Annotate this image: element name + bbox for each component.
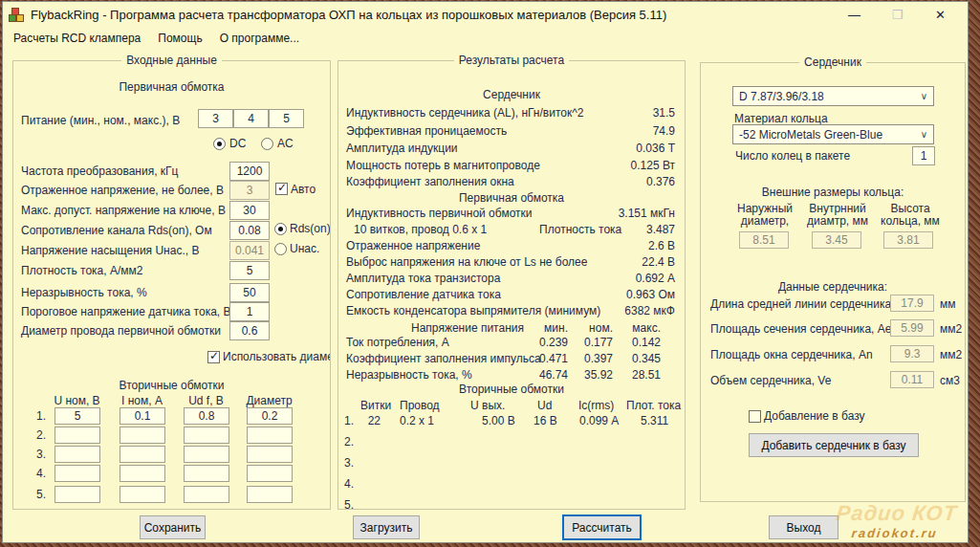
result-value: 3.151 мкГн	[619, 207, 675, 220]
auto-checkbox-label: Авто	[291, 183, 316, 196]
title-bar: FlybackRing - Программа расчета трансфор…	[3, 2, 968, 28]
core-data-label: Площадь сечения сердечника, Ае	[710, 322, 891, 336]
add-to-db-checkbox[interactable]	[749, 410, 761, 423]
col-header-udf: Ud f, В	[174, 394, 238, 407]
rdson-input[interactable]	[229, 221, 270, 240]
max-switch-voltage-input[interactable]	[229, 201, 270, 220]
rings-count-input[interactable]	[912, 146, 935, 165]
secondary-windings-title: Вторичные обмотки	[13, 379, 330, 392]
ring-material-select[interactable]: -52 MicroMetals Green-Blue ∨	[732, 124, 934, 144]
load-button[interactable]: Загрузить	[353, 515, 420, 539]
sec1-udf-input[interactable]	[184, 407, 229, 425]
maximize-icon[interactable]: ❒	[876, 3, 919, 28]
sec3-udf-input[interactable]	[184, 446, 229, 463]
current-continuity-input[interactable]	[229, 283, 270, 302]
core-data-value	[890, 371, 934, 388]
sec1-inom-input[interactable]	[120, 407, 165, 425]
add-core-button[interactable]: Добавить сердечник в базу	[749, 433, 919, 457]
outer-dims-title: Внешние размеры кольца:	[701, 186, 965, 199]
primary-wire-diameter-input[interactable]	[229, 321, 270, 340]
core-results-title: Сердечник	[338, 88, 685, 101]
sec2-inom-input[interactable]	[120, 427, 165, 444]
result-value: 5.311	[641, 414, 668, 427]
add-to-db-label: Добавление в базу	[764, 409, 865, 423]
minimize-icon[interactable]: —	[833, 3, 876, 28]
core-size-select[interactable]: D 7.87/3.96/3.18 ∨	[732, 86, 934, 106]
calculate-button[interactable]: Рассчитать	[562, 514, 642, 540]
close-icon[interactable]: ✕	[919, 3, 962, 28]
core-data-label: Длина средней линии сердечника,	[710, 297, 894, 311]
supply-nom-input[interactable]	[233, 109, 269, 128]
sec1-unom-input[interactable]	[54, 407, 100, 425]
col-header-icrms: Ic(rms)	[578, 399, 614, 412]
app-window: FlybackRing - Программа расчета трансфор…	[2, 1, 969, 543]
sec2-diameter-input[interactable]	[247, 427, 293, 444]
unas-radio[interactable]	[274, 243, 287, 255]
row-number: 4.	[344, 477, 354, 491]
result-value: 0.345	[613, 352, 661, 365]
menu-item-rcd-clamper[interactable]: Расчеты RCD клампера	[5, 28, 149, 49]
menu-item-about[interactable]: О программе...	[211, 28, 308, 49]
current-density-input[interactable]	[229, 261, 270, 280]
ac-radio-label: AC	[277, 137, 294, 150]
row-number: 3.	[31, 448, 46, 461]
core-data-unit: мм2	[940, 348, 962, 361]
watermark-url-text: radiokot.ru	[834, 526, 956, 540]
supply-voltage-label: Питание (мин., ном., макс.), В	[21, 114, 180, 127]
result-value: 0.2 х 1	[400, 414, 434, 427]
menu-bar: Расчеты RCD клампера Помощь О программе.…	[5, 28, 969, 49]
result-value: 3.487	[646, 223, 675, 236]
dc-radio[interactable]	[213, 138, 226, 150]
sec2-udf-input[interactable]	[184, 427, 229, 444]
sec1-diameter-input[interactable]	[247, 407, 293, 425]
sec5-udf-input[interactable]	[184, 486, 229, 503]
menu-item-help[interactable]: Помощь	[149, 28, 210, 49]
current-continuity-label: Неразрывность тока, %	[21, 286, 147, 299]
sec3-unom-input[interactable]	[54, 446, 100, 463]
save-button[interactable]: Сохранить	[140, 515, 206, 539]
rdson-radio[interactable]	[274, 223, 287, 235]
rdson-label: Сопротивление канала Rds(on), Ом	[21, 224, 212, 237]
exit-button[interactable]: Выход	[769, 515, 838, 539]
sec5-diameter-input[interactable]	[247, 486, 293, 503]
col-header-diameter: Диаметр	[237, 394, 301, 407]
sec4-diameter-input[interactable]	[247, 465, 293, 482]
ring-material-label: Материал кольца	[734, 112, 828, 125]
sec3-inom-input[interactable]	[120, 446, 165, 463]
supply-min-input[interactable]	[198, 109, 233, 128]
result-value: 0.142	[613, 336, 661, 349]
sec4-inom-input[interactable]	[120, 465, 165, 482]
results-panel: Результаты расчета Сердечник Индуктивнос…	[338, 54, 686, 510]
max-switch-voltage-label: Макс. допуст. напряжение на ключе, В	[21, 204, 226, 217]
result-row-label: 10 витков, провод 0.6 х 1	[354, 223, 487, 236]
sec3-diameter-input[interactable]	[247, 446, 293, 463]
auto-checkbox[interactable]	[275, 183, 288, 195]
primary-winding-title: Первичная обмотка	[13, 80, 330, 94]
sensor-threshold-input[interactable]	[229, 302, 270, 321]
result-row-label: Неразрывность тока, %	[346, 368, 472, 382]
core-size-value: D 7.87/3.96/3.18	[739, 90, 824, 103]
col-header-unom: U ном, В	[45, 394, 109, 407]
sec2-unom-input[interactable]	[54, 427, 100, 444]
results-panel-legend: Результаты расчета	[454, 54, 569, 67]
frequency-input[interactable]	[229, 162, 270, 181]
core-data-value	[890, 295, 934, 312]
sec4-unom-input[interactable]	[54, 465, 100, 482]
sec5-inom-input[interactable]	[120, 486, 165, 503]
input-data-panel: Входные данные Первичная обмотка Питание…	[12, 54, 331, 510]
use-diameters-checkbox[interactable]	[207, 351, 220, 363]
row-number: 1.	[31, 409, 46, 423]
result-row-label: Индуктивность сердечника (AL), нГн/виток…	[346, 106, 583, 120]
result-value: 46.74	[520, 368, 568, 382]
result-value: 0.177	[565, 336, 613, 349]
supply-table-header: Напряжение питания	[411, 321, 524, 335]
sec5-unom-input[interactable]	[54, 486, 100, 503]
sec4-udf-input[interactable]	[184, 465, 229, 482]
chevron-down-icon: ∨	[921, 91, 927, 101]
ac-radio[interactable]	[261, 138, 273, 150]
result-value: 5.00 В	[482, 414, 515, 427]
core-data-unit: мм	[940, 297, 956, 311]
col-header-ud: Ud	[537, 399, 552, 412]
supply-max-input[interactable]	[269, 109, 304, 128]
core-data-value	[890, 345, 934, 362]
